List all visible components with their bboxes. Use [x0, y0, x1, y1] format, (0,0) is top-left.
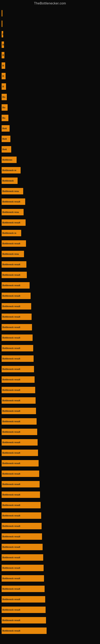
- bar-label: B: [2, 75, 4, 77]
- bar: Bottleneck result: [1, 376, 35, 383]
- bar-row: B: [1, 50, 100, 60]
- bar-label: Bottleneck result: [2, 358, 20, 360]
- bar: Bottleneck re: [1, 167, 21, 174]
- bar: Bo: [1, 104, 8, 111]
- bar: Bottleneck result: [1, 481, 40, 488]
- bar: Bottleneck result: [1, 397, 36, 404]
- bar-row: Bottleneck result: [1, 458, 100, 468]
- bar-row: Bottleneck result: [1, 312, 100, 322]
- bar-row: Bottleneck result: [1, 259, 100, 270]
- bar: Bottlenec: [1, 156, 17, 163]
- bar-label: Bottleneck result: [2, 483, 20, 486]
- bar-row: Bottleneck result: [1, 552, 100, 563]
- bar-label: Bottleneck result: [2, 263, 20, 266]
- bar: Bottleneck: [1, 178, 18, 184]
- bar-label: Bottleneck result: [2, 441, 20, 444]
- bar-label: Bottleneck re: [2, 169, 16, 172]
- bar-label: Bottleneck result: [2, 514, 20, 517]
- bar-label: Bottleneck result: [2, 546, 20, 548]
- bar-label: Bottleneck result: [2, 535, 20, 538]
- bar-label: Bottleneck result: [2, 222, 20, 224]
- bar: Bottleneck re: [1, 230, 21, 236]
- bar-row: Bottleneck result: [1, 322, 100, 332]
- bar: Bottleneck result: [1, 198, 25, 205]
- bar-row: [1, 18, 100, 29]
- bar-label: Bottleneck resu: [2, 190, 19, 192]
- bar-label: Bottleneck result: [2, 556, 20, 559]
- bar-row: Bottleneck result: [1, 374, 100, 385]
- bar-label: Bottleneck result: [2, 567, 20, 569]
- bar-label: B: [2, 64, 4, 67]
- bar-label: Bottleneck result: [2, 420, 20, 422]
- bar-label: Bottlenec: [2, 158, 12, 161]
- bar: Bottleneck result: [1, 533, 42, 540]
- bar-row: Bottleneck result: [1, 542, 100, 552]
- bar: Bottleneck result: [1, 512, 41, 519]
- bar: Bottleneck result: [1, 292, 31, 299]
- bar: Bottleneck result: [1, 272, 27, 278]
- bar-label: Bo: [2, 117, 5, 119]
- bar: B: [1, 52, 4, 58]
- bar-row: Bo: [1, 113, 100, 123]
- bar-label: Bottleneck result: [2, 630, 20, 632]
- bar: Bottleneck result: [1, 314, 32, 320]
- bar-label: B: [2, 44, 4, 46]
- bar: Bottleneck result: [1, 554, 43, 561]
- bar: Bottleneck result: [1, 596, 45, 602]
- bar-label: Bottleneck result: [2, 347, 20, 349]
- bar-row: Bott: [1, 134, 100, 144]
- bar-row: Bottleneck result: [1, 490, 100, 500]
- bar: Bottleneck result: [1, 492, 40, 498]
- bar-row: Bottleneck result: [1, 531, 100, 542]
- bar-row: Bottleneck result: [1, 280, 100, 290]
- bar-label: Bottleneck result: [2, 452, 20, 454]
- bar-label: Bottleneck result: [2, 295, 20, 297]
- bar-label: Bottleneck resu: [2, 211, 19, 213]
- bar-label: Bo: [2, 96, 5, 98]
- bar-label: Bottleneck result: [2, 368, 20, 370]
- bar-row: Bottleneck result: [1, 290, 100, 301]
- bar-row: Bottleneck resu: [1, 186, 100, 196]
- bar: Bottleneck result: [1, 282, 30, 288]
- bar-row: Bottleneck result: [1, 437, 100, 448]
- bar-label: Bottleneck result: [2, 619, 20, 622]
- bar-row: B: [1, 71, 100, 81]
- bar-label: Bottleneck result: [2, 462, 20, 464]
- bar: Bottleneck result: [1, 628, 47, 634]
- bar-row: Bottleneck result: [1, 510, 100, 521]
- bar-row: B: [1, 40, 100, 50]
- bar-label: Bo: [2, 106, 5, 109]
- bar-label: Bottleneck result: [2, 598, 20, 600]
- bar: [1, 10, 2, 16]
- bar-label: Bottleneck result: [2, 588, 20, 590]
- bar: Bo: [1, 115, 8, 121]
- bar: Bo: [1, 94, 7, 100]
- bar: Bottleneck result: [1, 334, 33, 341]
- bar-label: Bottleneck result: [2, 399, 20, 402]
- bar-row: Bottleneck result: [1, 573, 100, 584]
- bar: Bottleneck resu: [1, 251, 24, 257]
- bar: Bottleneck result: [1, 429, 37, 435]
- bar-row: Bottleneck re: [1, 165, 100, 176]
- bar-label: Bott: [2, 148, 7, 150]
- bar-label: Bottleneck result: [2, 504, 20, 506]
- bar: Bott: [1, 125, 10, 132]
- bar: Bottleneck result: [1, 219, 26, 226]
- bar-label: Bottleneck result: [2, 410, 20, 412]
- site-title: TheBottlenecker.com: [0, 0, 100, 6]
- bar-row: Bottleneck result: [1, 479, 100, 490]
- bar: Bottleneck result: [1, 324, 32, 330]
- bar-row: Bottleneck result: [1, 584, 100, 594]
- bar-row: Bottleneck result: [1, 416, 100, 427]
- bar: Bottleneck result: [1, 586, 45, 592]
- bar: Bottleneck result: [1, 356, 34, 362]
- bar: Bottleneck result: [1, 575, 44, 582]
- bar: Bottleneck result: [1, 470, 39, 477]
- bar: Bottleneck result: [1, 261, 26, 268]
- bar-label: B: [2, 85, 4, 88]
- bar-label: Bottleneck result: [2, 472, 20, 475]
- bar: Bottleneck result: [1, 544, 43, 550]
- bar-row: Bottleneck result: [1, 448, 100, 458]
- bar-row: Bottleneck result: [1, 395, 100, 406]
- bar-label: Bottleneck result: [2, 525, 20, 527]
